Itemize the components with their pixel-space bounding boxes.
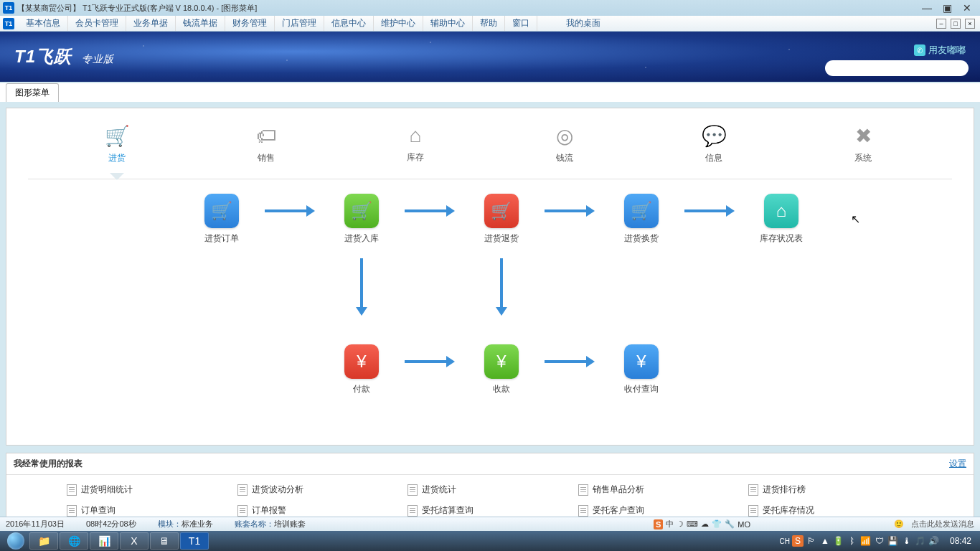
menu-biz-docs[interactable]: 业务单据 bbox=[126, 16, 176, 31]
moon-icon: ☽ bbox=[677, 519, 684, 529]
arrow-icon bbox=[684, 209, 727, 212]
cart-icon: 🛒 bbox=[484, 194, 519, 228]
cat-info[interactable]: 💬信息 bbox=[685, 124, 743, 164]
menu-finance[interactable]: 财务管理 bbox=[225, 16, 275, 31]
report-link[interactable]: 进货统计 bbox=[405, 479, 575, 500]
mdi-close[interactable]: × bbox=[965, 19, 975, 29]
sogou-icon[interactable]: S bbox=[654, 519, 663, 529]
menu-store[interactable]: 门店管理 bbox=[275, 16, 324, 31]
banner: T1飞跃 专业版 ✆ 用友嘟嘟 bbox=[0, 32, 980, 82]
arrow-icon bbox=[545, 360, 588, 363]
document-icon bbox=[237, 505, 248, 517]
search-input[interactable] bbox=[825, 60, 969, 76]
tray-disk-icon[interactable]: 💾 bbox=[887, 535, 899, 547]
yonyou-dudu-label: 用友嘟嘟 bbox=[928, 44, 966, 57]
menu-info-center[interactable]: 信息中心 bbox=[324, 16, 374, 31]
taskbar-explorer[interactable]: 📁 bbox=[29, 532, 58, 550]
cat-sales[interactable]: 🏷销售 bbox=[237, 124, 295, 164]
document-icon bbox=[407, 505, 418, 517]
send-message-link[interactable]: 点击此处发送消息 bbox=[911, 519, 974, 529]
menu-assist[interactable]: 辅助中心 bbox=[423, 16, 473, 31]
app-icon: T1 bbox=[3, 2, 14, 14]
cat-inventory[interactable]: ⌂库存 bbox=[387, 124, 444, 164]
home-icon: ⌂ bbox=[410, 124, 422, 147]
cart-icon: 🛒 bbox=[344, 194, 379, 228]
close-button[interactable]: ✕ bbox=[958, 2, 976, 14]
logo-subtitle: 专业版 bbox=[82, 53, 114, 65]
mdi-minimize[interactable]: – bbox=[936, 19, 946, 29]
taskbar-t1[interactable]: T1 bbox=[180, 532, 209, 550]
report-link[interactable]: 进货排行榜 bbox=[745, 479, 916, 500]
arrow-icon bbox=[405, 209, 448, 212]
node-payment-query[interactable]: ¥收付查询 bbox=[613, 344, 670, 395]
reports-title: 我经常使用的报表 bbox=[14, 458, 83, 470]
document-icon bbox=[407, 484, 418, 496]
node-purchase-return[interactable]: 🛒进货退货 bbox=[473, 194, 530, 245]
tab-graphic-menu[interactable]: 图形菜单 bbox=[6, 83, 59, 102]
ime-indicators: S 中 ☽ ⌨ ☁ 👕 🔧 MO bbox=[654, 519, 750, 529]
menu-help[interactable]: 帮助 bbox=[473, 16, 505, 31]
system-tray[interactable]: CH S 🏳 ▲ 🔋 ᛒ 📶 🛡 💾 🌡 🎵 🔊 bbox=[776, 535, 944, 547]
menu-window[interactable]: 窗口 bbox=[505, 16, 537, 31]
taskbar-clock[interactable]: 08:42 bbox=[944, 536, 977, 546]
arrow-icon bbox=[545, 209, 588, 212]
tray-sogou-icon[interactable]: S bbox=[792, 535, 804, 547]
yonyou-dudu-link[interactable]: ✆ 用友嘟嘟 bbox=[914, 44, 966, 57]
report-link[interactable]: 销售单品分析 bbox=[575, 479, 746, 500]
status-time: 08时42分08秒 bbox=[86, 519, 136, 529]
mdi-restore[interactable]: □ bbox=[951, 19, 961, 29]
status-demo: MO bbox=[738, 520, 750, 529]
tray-temp-icon[interactable]: 🌡 bbox=[901, 535, 913, 547]
yuan-icon: ¥ bbox=[624, 344, 659, 379]
phone-icon: ✆ bbox=[914, 44, 925, 56]
cat-system[interactable]: ✖系统 bbox=[834, 124, 892, 164]
cart-icon: 🛒 bbox=[204, 194, 239, 228]
coins-icon: ◎ bbox=[556, 124, 573, 148]
node-purchase-in[interactable]: 🛒进货入库 bbox=[333, 194, 390, 245]
tray-lang[interactable]: CH bbox=[780, 537, 790, 545]
tray-up-icon[interactable]: ▲ bbox=[819, 535, 831, 547]
tray-note-icon[interactable]: 🎵 bbox=[915, 535, 926, 547]
tray-shield-icon[interactable]: 🛡 bbox=[874, 535, 885, 547]
category-row: 🛒进货 🏷销售 ⌂库存 ◎钱流 💬信息 ✖系统 bbox=[21, 116, 959, 179]
reports-panel: 我经常使用的报表 设置 进货明细统计进货波动分析进货统计销售单品分析进货排行榜订… bbox=[6, 453, 974, 526]
reports-settings-link[interactable]: 设置 bbox=[949, 458, 966, 470]
smiley-icon: 🙂 bbox=[894, 519, 904, 529]
menu-desktop[interactable]: 我的桌面 bbox=[559, 16, 608, 31]
document-icon bbox=[748, 484, 758, 496]
maximize-button[interactable]: ▣ bbox=[938, 2, 956, 14]
tag-icon: 🏷 bbox=[256, 124, 276, 148]
node-stock-status[interactable]: ⌂库存状况表 bbox=[753, 194, 810, 245]
product-logo: T1飞跃 专业版 bbox=[14, 45, 114, 68]
menu-basic-info[interactable]: 基本信息 bbox=[19, 16, 68, 31]
node-payment[interactable]: ¥付款 bbox=[333, 344, 390, 395]
report-link[interactable]: 进货波动分析 bbox=[235, 479, 405, 500]
tray-sound-icon[interactable]: 🔊 bbox=[928, 535, 940, 547]
tray-net-icon[interactable]: 📶 bbox=[860, 535, 872, 547]
ime-mode[interactable]: 中 bbox=[666, 519, 674, 529]
menu-maint[interactable]: 维护中心 bbox=[374, 16, 423, 31]
tray-battery-icon[interactable]: 🔋 bbox=[833, 535, 844, 547]
windows-taskbar: 📁 🌐 📊 X 🖥 T1 CH S 🏳 ▲ 🔋 ᛒ 📶 🛡 💾 🌡 🎵 🔊 08… bbox=[0, 531, 980, 551]
node-purchase-order[interactable]: 🛒进货订单 bbox=[193, 194, 250, 245]
node-purchase-exchange[interactable]: 🛒进货换货 bbox=[613, 194, 670, 245]
cat-cash[interactable]: ◎钱流 bbox=[536, 124, 593, 164]
status-date: 2016年11月03日 bbox=[6, 519, 65, 529]
report-link[interactable]: 进货明细统计 bbox=[64, 479, 235, 500]
menu-member[interactable]: 会员卡管理 bbox=[68, 16, 126, 31]
document-icon bbox=[748, 505, 758, 517]
document-icon bbox=[578, 505, 588, 517]
node-receipt[interactable]: ¥收款 bbox=[473, 344, 530, 395]
cat-purchase[interactable]: 🛒进货 bbox=[88, 124, 146, 164]
taskbar-excel[interactable]: X bbox=[120, 532, 149, 550]
taskbar-app1[interactable]: 📊 bbox=[90, 532, 118, 550]
start-button[interactable] bbox=[3, 531, 29, 551]
taskbar-ie[interactable]: 🌐 bbox=[60, 532, 88, 550]
yuan-icon: ¥ bbox=[484, 344, 519, 379]
document-icon bbox=[67, 484, 77, 496]
menu-cash-docs[interactable]: 钱流单据 bbox=[176, 16, 225, 31]
tray-flag-icon[interactable]: 🏳 bbox=[806, 535, 817, 547]
taskbar-app2[interactable]: 🖥 bbox=[150, 532, 179, 550]
tray-bt-icon[interactable]: ᛒ bbox=[847, 535, 858, 547]
minimize-button[interactable]: — bbox=[918, 2, 936, 14]
